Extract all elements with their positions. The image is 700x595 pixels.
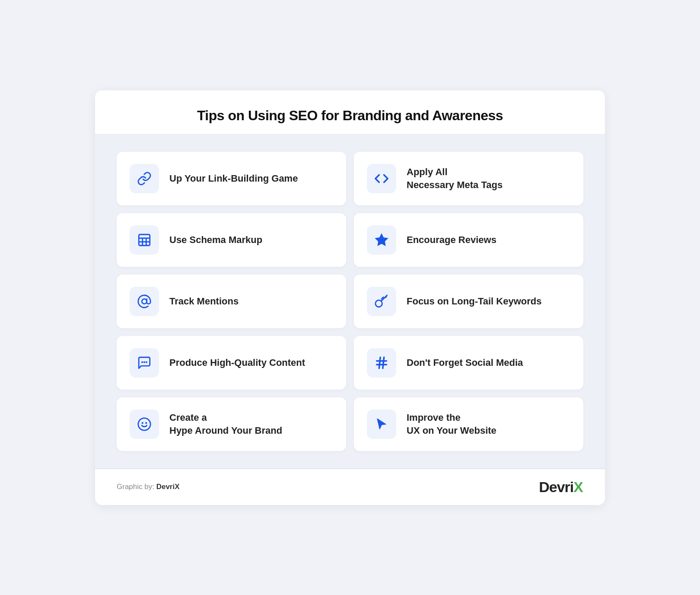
svg-marker-5	[375, 234, 388, 245]
tip-label-high-quality-content: Produce High-Quality Content	[169, 356, 305, 369]
tip-label-social-media: Don't Forget Social Media	[407, 356, 523, 369]
logo-x: X	[573, 479, 583, 496]
tip-card-link-building: Up Your Link-Building Game	[117, 152, 346, 205]
table-icon	[130, 225, 159, 255]
svg-point-10	[146, 361, 147, 363]
logo-text: Devri	[539, 479, 573, 496]
key-icon	[367, 287, 396, 316]
tip-card-hype-brand: Create a Hype Around Your Brand	[117, 397, 346, 451]
tip-label-track-mentions: Track Mentions	[169, 295, 239, 308]
tip-card-encourage-reviews: Encourage Reviews	[354, 213, 583, 267]
svg-point-8	[141, 361, 143, 363]
tip-card-social-media: Don't Forget Social Media	[354, 336, 583, 390]
svg-point-16	[142, 422, 143, 424]
hash-icon	[367, 348, 396, 377]
tip-card-meta-tags: Apply All Necessary Meta Tags	[354, 152, 583, 205]
svg-point-15	[138, 418, 150, 430]
tip-label-encourage-reviews: Encourage Reviews	[407, 234, 496, 246]
page-title: Tips on Using SEO for Branding and Aware…	[121, 108, 579, 124]
tip-label-link-building: Up Your Link-Building Game	[169, 172, 298, 185]
smiley-icon	[130, 409, 159, 439]
tip-label-meta-tags: Apply All Necessary Meta Tags	[407, 166, 503, 191]
tip-label-hype-brand: Create a Hype Around Your Brand	[169, 411, 282, 437]
svg-rect-0	[139, 234, 150, 246]
svg-point-17	[145, 422, 147, 424]
star-icon	[367, 225, 396, 255]
svg-point-9	[143, 361, 145, 363]
svg-line-13	[379, 357, 380, 368]
code-icon	[367, 164, 396, 193]
tip-card-high-quality-content: Produce High-Quality Content	[117, 336, 346, 390]
tips-grid: Up Your Link-Building GameApply All Nece…	[95, 134, 605, 468]
link-icon	[130, 164, 159, 193]
devrix-logo: DevriX	[539, 479, 583, 496]
card-footer: Graphic by: DevriX DevriX	[95, 469, 605, 505]
footer-credit: Graphic by: DevriX	[117, 483, 180, 491]
tip-card-long-tail-keywords: Focus on Long-Tail Keywords	[354, 275, 583, 328]
card-header: Tips on Using SEO for Branding and Aware…	[95, 90, 605, 134]
chat-icon	[130, 348, 159, 377]
svg-point-6	[142, 299, 146, 304]
main-card: Tips on Using SEO for Branding and Aware…	[95, 90, 605, 505]
tip-label-schema-markup: Use Schema Markup	[169, 234, 262, 246]
svg-line-14	[383, 357, 384, 368]
tip-label-ux-website: Improve the UX on Your Website	[407, 411, 496, 437]
cursor-icon	[367, 409, 396, 439]
at-icon	[130, 287, 159, 316]
tip-card-schema-markup: Use Schema Markup	[117, 213, 346, 267]
tip-label-long-tail-keywords: Focus on Long-Tail Keywords	[407, 295, 542, 308]
tip-card-ux-website: Improve the UX on Your Website	[354, 397, 583, 451]
tip-card-track-mentions: Track Mentions	[117, 275, 346, 328]
